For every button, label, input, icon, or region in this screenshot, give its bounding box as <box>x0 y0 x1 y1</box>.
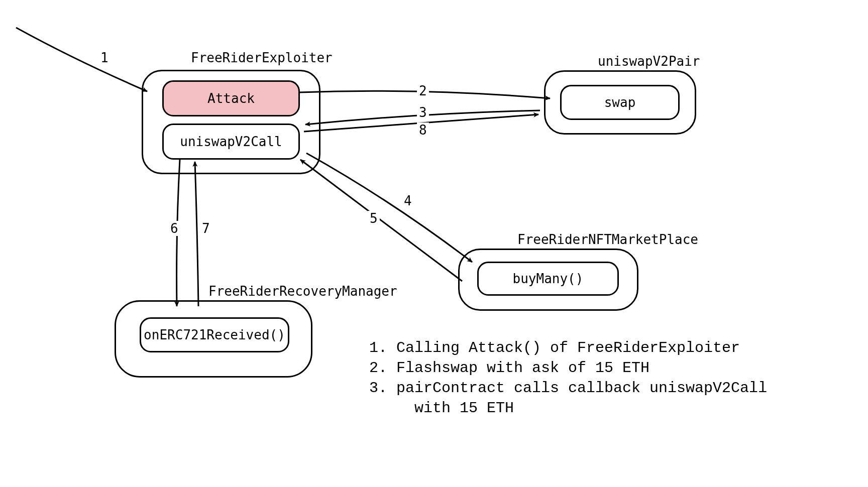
marketplace-title: FreeRiderNFTMarketPlace <box>517 232 698 247</box>
pair-title: uniswapV2Pair <box>598 54 700 69</box>
legend-line-1: 1. Calling Attack() of FreeRiderExploite… <box>369 339 740 358</box>
legend-line-2: 2. Flashswap with ask of 15 ETH <box>369 359 649 378</box>
edge-label-6: 6 <box>168 221 180 236</box>
swap-label: swap <box>604 95 636 110</box>
edge-label-8: 8 <box>417 123 429 138</box>
edge-label-1: 1 <box>98 50 111 65</box>
onerc721received-box: onERC721Received() <box>140 317 289 352</box>
buymany-label: buyMany() <box>513 271 584 286</box>
uniswapv2call-box: uniswapV2Call <box>162 124 300 160</box>
edge-label-5: 5 <box>368 211 380 226</box>
exploiter-title: FreeRiderExploiter <box>191 50 333 65</box>
edge-label-7: 7 <box>200 221 212 236</box>
edge-label-4: 4 <box>402 193 414 208</box>
onerc721received-label: onERC721Received() <box>144 327 285 342</box>
diagram-stage: FreeRiderExploiter Attack uniswapV2Call … <box>0 0 868 487</box>
buymany-box: buyMany() <box>477 262 619 296</box>
uniswapv2call-label: uniswapV2Call <box>180 134 282 149</box>
recovery-title: FreeRiderRecoveryManager <box>208 284 397 299</box>
swap-box: swap <box>560 85 680 120</box>
edge-label-2: 2 <box>417 83 429 98</box>
legend-line-3b: with 15 ETH <box>369 399 514 418</box>
attack-label: Attack <box>207 91 255 106</box>
edge-label-3: 3 <box>417 105 429 120</box>
legend-line-3: 3. pairContract calls callback uniswapV2… <box>369 379 767 398</box>
attack-box: Attack <box>162 80 300 116</box>
